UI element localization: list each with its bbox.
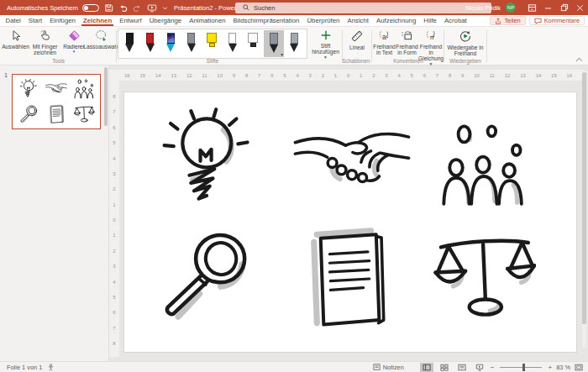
magnifier-drawing[interactable] (155, 227, 255, 326)
vertical-scrollbar-thumb[interactable] (582, 72, 586, 324)
lightbulb-drawing[interactable] (160, 107, 254, 212)
pen-body-icon (187, 33, 195, 44)
ink-replay-button[interactable]: Wiedergabe in Freihand (446, 29, 485, 56)
select-tool-label: Auswählen (2, 44, 29, 50)
zoom-out-button[interactable]: − (491, 364, 495, 371)
vertical-scrollbar[interactable] (582, 71, 586, 348)
pen-white-highlighter[interactable] (243, 30, 264, 57)
ink-to-shape-button[interactable]: Freihand in Form (396, 29, 418, 55)
ribbon-tab[interactable]: Animationen (186, 15, 229, 26)
autosave-toggle[interactable] (82, 4, 99, 12)
ribbon-tab[interactable]: Entwurf (116, 15, 145, 26)
ruler-number: 8 (245, 73, 252, 78)
reading-view-button[interactable] (455, 363, 469, 372)
qat-customize-chevron-icon[interactable] (162, 5, 168, 11)
collapse-ribbon-chevron-icon (575, 57, 583, 62)
ribbon-draw-tab: Auswählen Mit Finger zeichnen Radierer L… (0, 27, 588, 65)
thumbnail-panel-scrollbar[interactable] (104, 67, 108, 126)
ribbon-tab[interactable]: Zeichnen (79, 15, 115, 26)
accessibility-icon[interactable] (47, 364, 55, 371)
slideshow-icon (475, 364, 484, 371)
minimize-button[interactable] (540, 0, 556, 15)
lasso-icon (95, 29, 108, 42)
ribbon-tab[interactable]: Hilfe (420, 15, 441, 26)
user-name[interactable]: Nicola Pridik (465, 4, 501, 12)
comments-button[interactable]: Kommentare (529, 16, 585, 25)
slide-canvas[interactable] (124, 92, 576, 352)
redo-icon[interactable] (133, 3, 142, 13)
fit-slide-to-window-icon[interactable] (575, 364, 583, 371)
restore-button[interactable] (556, 0, 572, 15)
normal-view-button[interactable] (420, 363, 433, 372)
zoom-level[interactable]: 83 % (556, 364, 570, 371)
pen-pencil[interactable] (181, 30, 202, 57)
pen-body-icon (167, 33, 175, 44)
pen-red-pen[interactable] (140, 30, 161, 57)
ink-to-shape-icon (401, 29, 413, 42)
slide-thumbnail[interactable] (12, 74, 101, 129)
ribbon-tab[interactable]: Bildschirmpräsentation (229, 15, 303, 26)
add-pen-button[interactable]: Stift hinzufügen (310, 29, 341, 60)
people-group-drawing[interactable] (435, 123, 531, 208)
share-button[interactable]: Teilen (490, 16, 525, 25)
zoom-slider[interactable] (500, 367, 542, 368)
slide-number: 1 (4, 71, 8, 79)
ruler-number: 11 (202, 73, 211, 78)
search-box[interactable]: Suchen (235, 3, 491, 13)
handshake-drawing[interactable] (292, 124, 412, 202)
slideshow-view-button[interactable] (473, 363, 486, 372)
ribbon-tab[interactable]: Überprüfen (303, 15, 344, 26)
ink-to-text-icon: a (378, 29, 391, 42)
save-icon[interactable] (104, 3, 113, 13)
tab-label: Überprüfen (307, 17, 339, 24)
tab-label: Bildschirmpräsentation (234, 17, 300, 24)
ink-replay-label: Wiedergabe in Freihand (446, 45, 485, 56)
ribbon-tab[interactable]: Aufzeichnung (373, 15, 420, 26)
ribbon-display-options-icon (528, 3, 537, 13)
ribbon-tab[interactable]: Datei (2, 15, 24, 26)
pen-yellow-highlighter[interactable] (202, 30, 223, 57)
ruler-number: 5 (283, 73, 290, 78)
ruler-number: 12 (505, 73, 514, 78)
tab-label: Animationen (189, 17, 225, 24)
ribbon-display-options-button[interactable] (524, 0, 540, 15)
slide-sorter-view-button[interactable] (438, 363, 451, 372)
convert-group-label: Konvertieren (373, 58, 444, 64)
start-presentation-icon[interactable] (147, 3, 157, 13)
select-tool-button[interactable]: Auswählen (2, 29, 29, 50)
scales-drawing[interactable] (432, 227, 536, 327)
pen-white-pen[interactable] (223, 30, 244, 57)
ribbon-tab[interactable]: Acrobat (440, 15, 470, 26)
pen-gray-pen[interactable] (264, 30, 285, 57)
ruler-number: 13 (520, 73, 529, 78)
ruler-number: 15 (551, 73, 560, 78)
ribbon-tab[interactable]: Ansicht (344, 15, 373, 26)
zoom-slider-thumb[interactable] (522, 364, 525, 371)
pen-body-icon (126, 33, 134, 44)
ribbon-tab[interactable]: Übergänge (145, 15, 186, 26)
ruler-button[interactable]: Lineal (344, 29, 370, 50)
pen-silver-pen[interactable] (284, 30, 305, 57)
collapse-ribbon-button[interactable] (575, 57, 583, 62)
close-button[interactable] (572, 0, 588, 15)
undo-icon[interactable] (118, 3, 128, 13)
ribbon-tab[interactable]: Start (24, 15, 45, 26)
draw-with-finger-button[interactable]: Mit Finger zeichnen (29, 29, 60, 55)
document-drawing[interactable] (305, 225, 389, 333)
ribbon-tab[interactable]: Einfügen (46, 15, 80, 26)
ruler-number: 6 (423, 73, 430, 78)
notes-button[interactable]: Notizen (373, 364, 404, 371)
lasso-select-button[interactable]: Lassoauswahl (87, 29, 115, 50)
pen-black-pen[interactable] (119, 30, 140, 57)
tab-label: Entwurf (119, 17, 141, 24)
ink-to-text-button[interactable]: a Freihand in Text (373, 29, 396, 55)
zoom-in-button[interactable]: + (548, 364, 552, 371)
tools-group-label: Tools (2, 58, 115, 64)
user-avatar[interactable]: NP (506, 3, 516, 13)
ruler-number: 4 (296, 73, 302, 78)
statusbar: Folie 1 von 1 Notizen − + 83 % (0, 361, 588, 372)
eraser-button[interactable]: Radierer (60, 29, 87, 54)
toggle-knob (84, 6, 88, 10)
pen-galaxy-pen[interactable] (160, 30, 181, 57)
finger-draw-icon (39, 29, 51, 42)
